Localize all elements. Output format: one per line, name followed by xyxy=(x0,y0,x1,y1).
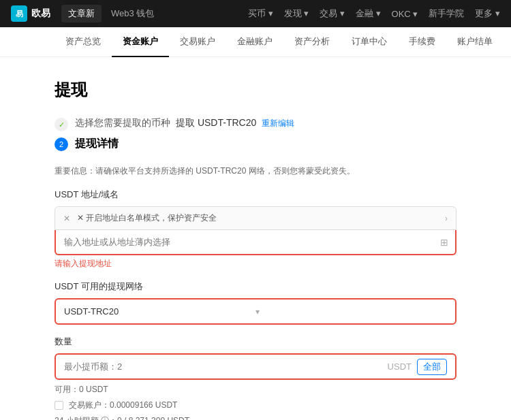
step1-content: 选择您需要提取的币种 提取 USDT-TRC20 重新编辑 xyxy=(75,117,456,129)
secnav-funds[interactable]: 资金账户 xyxy=(112,27,169,57)
form-section: 重要信息：请确保收平台支持所选择的 USDT-TRC20 网络，否则您将蒙受此资… xyxy=(55,165,456,420)
address-error: 请输入提现地址 xyxy=(55,258,456,270)
logo[interactable]: 易 欧易 xyxy=(11,5,50,22)
top-nav-menus: 买币 ▾ 发现 ▾ 交易 ▾ 金融 ▾ OKC ▾ 新手学院 更多 ▾ xyxy=(248,7,500,20)
menu-finance[interactable]: 金融 ▾ xyxy=(356,7,381,20)
menu-academy[interactable]: 新手学院 xyxy=(429,7,464,20)
available-info: 可用：0 USDT xyxy=(55,384,456,395)
trading-fee-text: 交易账户：0.00009166 USDT xyxy=(69,400,177,411)
checkmark-icon: ✓ xyxy=(59,120,65,129)
secnav-fees[interactable]: 手续费 xyxy=(398,27,446,57)
main-content: 提现 ✓ 选择您需要提取的币种 提取 USDT-TRC20 重新编辑 2 提现详… xyxy=(0,57,511,420)
step-1: ✓ 选择您需要提取的币种 提取 USDT-TRC20 重新编辑 xyxy=(55,117,456,131)
network-value: USDT-TRC20 xyxy=(64,306,256,317)
menu-buy[interactable]: 买币 ▾ xyxy=(248,7,273,20)
amount-input-wrap: USDT 全部 xyxy=(55,353,456,380)
page-title: 提现 xyxy=(55,79,456,101)
secondary-navbar: 资产总览 资金账户 交易账户 金融账户 资产分析 订单中心 手续费 账户结单 审… xyxy=(0,27,511,57)
secnav-trading[interactable]: 交易账户 xyxy=(169,27,226,57)
reset-link[interactable]: 重新编辑 xyxy=(262,118,294,129)
secnav-statements[interactable]: 账户结单 xyxy=(446,27,504,57)
menu-discover[interactable]: 发现 ▾ xyxy=(284,7,309,20)
nav-tab-article[interactable]: 文章新 xyxy=(61,5,102,22)
secnav-audit[interactable]: 审计 xyxy=(504,27,511,57)
safe-toggle-text: ✕ 开启地址白名单模式，保护资产安全 xyxy=(77,212,217,224)
address-form-group: USDT 地址/域名 ✕ ✕ 开启地址白名单模式，保护资产安全 › ⊞ 请输入提… xyxy=(55,189,456,270)
top-navbar: 易 欧易 文章新 Web3 钱包 买币 ▾ 发现 ▾ 交易 ▾ 金融 ▾ OKC… xyxy=(0,0,511,27)
form-warning: 重要信息：请确保收平台支持所选择的 USDT-TRC20 网络，否则您将蒙受此资… xyxy=(55,165,456,178)
logo-icon: 易 xyxy=(11,5,27,22)
amount-input[interactable] xyxy=(56,355,388,378)
trading-fee-row: 交易账户：0.00009166 USDT xyxy=(55,400,456,411)
secnav-orders[interactable]: 订单中心 xyxy=(341,27,398,57)
chevron-down-icon: ▾ xyxy=(256,307,447,317)
nav-tab-web3[interactable]: Web3 钱包 xyxy=(104,5,161,22)
network-label: USDT 可用的提现网络 xyxy=(55,280,456,293)
network-form-group: USDT 可用的提现网络 USDT-TRC20 ▾ xyxy=(55,280,456,325)
step2-title: 提现详情 xyxy=(75,137,456,151)
menu-more[interactable]: 更多 ▾ xyxy=(475,7,500,20)
network-dropdown[interactable]: USDT-TRC20 ▾ xyxy=(55,298,456,325)
step1-label: 选择您需要提取的币种 提取 USDT-TRC20 重新编辑 xyxy=(75,117,456,129)
limit-info: 24 小时限额 ⓘ：0 / 8,271,300 USDT xyxy=(55,415,456,420)
logo-text: 欧易 xyxy=(31,7,50,20)
close-icon[interactable]: ✕ xyxy=(63,214,70,223)
amount-form-group: 数量 USDT 全部 可用：0 USDT 交易账户：0.00009166 USD… xyxy=(55,336,456,420)
nav-tabs: 文章新 Web3 钱包 xyxy=(61,5,161,22)
address-input[interactable] xyxy=(56,230,455,254)
trading-fee-checkbox[interactable] xyxy=(55,401,63,410)
amount-unit: USDT xyxy=(388,361,412,372)
step-2: 2 提现详情 xyxy=(55,137,456,154)
menu-trade[interactable]: 交易 ▾ xyxy=(320,7,345,20)
step2-icon: 2 xyxy=(55,138,68,151)
amount-label: 数量 xyxy=(55,336,456,348)
address-safe-toggle[interactable]: ✕ ✕ 开启地址白名单模式，保护资产安全 › xyxy=(55,206,456,230)
amount-all-button[interactable]: 全部 xyxy=(417,359,447,375)
amount-suffix: USDT 全部 xyxy=(388,359,455,375)
qr-code-icon[interactable]: ⊞ xyxy=(440,237,448,248)
secnav-financial[interactable]: 金融账户 xyxy=(226,27,283,57)
step1-icon: ✓ xyxy=(55,118,68,131)
address-input-wrap: ⊞ xyxy=(55,230,456,255)
chevron-right-icon: › xyxy=(445,214,448,223)
secnav-analysis[interactable]: 资产分析 xyxy=(283,27,341,57)
step2-content: 提现详情 xyxy=(75,137,456,154)
address-label: USDT 地址/域名 xyxy=(55,189,456,201)
secnav-overview[interactable]: 资产总览 xyxy=(55,27,112,57)
menu-okc[interactable]: OKC ▾ xyxy=(392,9,418,19)
